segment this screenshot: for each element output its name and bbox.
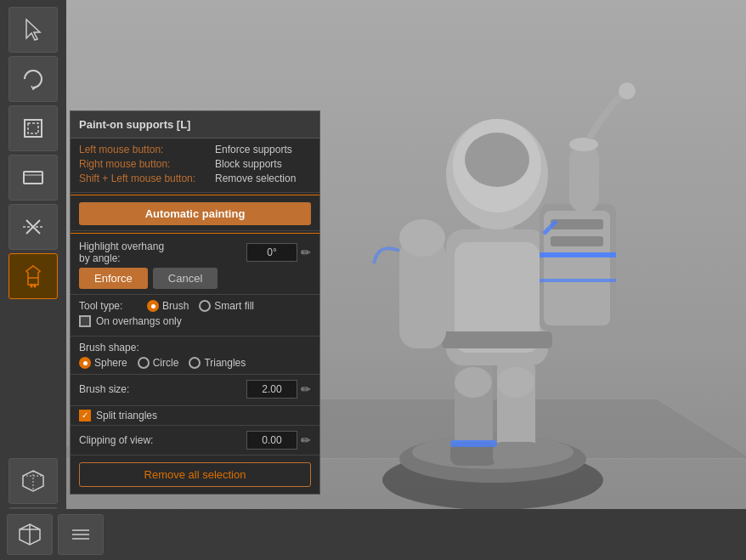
bottom-btn-layers[interactable] [58, 514, 104, 555]
toolbar-btn-cut[interactable] [8, 204, 58, 250]
shape-options: Sphere Circle Triangles [79, 357, 311, 369]
cancel-label: Cancel [168, 272, 202, 285]
panel-title: Paint-on supports [L] [71, 111, 319, 139]
toolbar-btn-select[interactable] [8, 105, 58, 151]
mouse-left-row: Left mouse button: Enforce supports [79, 144, 311, 156]
radio-triangles-label: Triangles [204, 357, 246, 369]
tool-type-radio-group: Brush Smart fill [147, 300, 254, 312]
toolbar-btn-frame[interactable] [8, 155, 58, 201]
brush-size-row: Brush size: ✏ [79, 380, 311, 399]
right-mouse-label: Right mouse button: [79, 158, 215, 170]
3d-figure [323, 17, 663, 510]
svg-rect-26 [569, 144, 599, 212]
toolbar-btn-box[interactable] [8, 458, 58, 504]
clipping-input-group: ✏ [246, 431, 311, 450]
divider-1 [71, 195, 319, 195]
right-mouse-action: Block supports [215, 158, 282, 170]
svg-rect-31 [24, 172, 42, 184]
angle-input[interactable] [246, 243, 297, 262]
toolbar-btn-paint[interactable] [8, 253, 58, 299]
radio-triangles[interactable]: Triangles [189, 357, 246, 369]
radio-sphere[interactable]: Sphere [79, 357, 127, 369]
radio-smartfill-circle [199, 300, 211, 312]
enforce-cancel-row: Enforce Cancel [79, 268, 311, 289]
clipping-row: Clipping of view: ✏ [71, 426, 319, 455]
highlight-overhang-section: Highlight overhangby angle: ✏ Enforce Ca… [71, 235, 319, 295]
mouse-shift-row: Shift + Left mouse button: Remove select… [79, 173, 311, 184]
bottom-btn-cube[interactable] [7, 514, 53, 555]
auto-paint-section: Automatic painting [71, 197, 319, 231]
split-triangles-label: Split triangles [96, 410, 157, 421]
remove-all-selection-label: Remove all selection [144, 468, 246, 481]
svg-point-5 [455, 367, 492, 398]
angle-edit-icon[interactable]: ✏ [301, 246, 311, 259]
on-overhangs-row: On overhangs only [79, 315, 311, 327]
toolbar-btn-rotate[interactable] [8, 56, 58, 102]
cancel-button[interactable]: Cancel [153, 268, 218, 289]
tool-type-section: Tool type: Brush Smart fill On overhangs… [71, 295, 319, 337]
left-mouse-action: Enforce supports [215, 144, 292, 156]
radio-triangles-circle [189, 357, 201, 369]
svg-rect-9 [450, 440, 497, 447]
enforce-button[interactable]: Enforce [79, 268, 148, 289]
split-triangles-row: Split triangles [71, 406, 319, 426]
brush-size-edit-icon[interactable]: ✏ [301, 382, 311, 396]
svg-rect-12 [442, 331, 552, 348]
clipping-edit-icon[interactable]: ✏ [301, 433, 311, 447]
radio-circle[interactable]: Circle [138, 357, 179, 369]
left-mouse-label: Left mouse button: [79, 144, 215, 156]
svg-point-28 [619, 82, 636, 99]
brush-size-section: Brush size: ✏ [71, 375, 319, 406]
auto-paint-button[interactable]: Automatic painting [79, 202, 311, 225]
radio-smartfill-label: Smart fill [214, 300, 254, 312]
highlight-label: Highlight overhangby angle: [79, 240, 164, 264]
panel-title-text: Paint-on supports [L] [79, 118, 190, 131]
svg-point-14 [399, 219, 445, 257]
remove-all-selection-button[interactable]: Remove all selection [79, 462, 311, 487]
svg-point-6 [497, 367, 534, 398]
svg-rect-25 [551, 236, 603, 246]
radio-brush[interactable]: Brush [147, 300, 189, 312]
radio-sphere-circle [79, 357, 91, 369]
svg-point-21 [470, 137, 524, 183]
radio-smartfill[interactable]: Smart fill [199, 300, 254, 312]
svg-rect-24 [551, 219, 603, 229]
brush-size-input[interactable] [246, 380, 297, 399]
svg-rect-8 [493, 442, 540, 466]
toolbar-btn-cursor[interactable] [8, 7, 58, 53]
brush-size-input-group: ✏ [246, 380, 311, 399]
tool-type-label: Tool type: [79, 300, 140, 312]
radio-brush-label: Brush [162, 300, 189, 312]
angle-input-group: ✏ [246, 243, 311, 262]
highlight-row: Highlight overhangby angle: ✏ [79, 240, 311, 264]
radio-sphere-label: Sphere [94, 357, 127, 369]
mouse-right-row: Right mouse button: Block supports [79, 158, 311, 170]
clipping-input[interactable] [246, 431, 297, 450]
svg-rect-30 [28, 123, 38, 133]
brush-shape-section: Brush shape: Sphere Circle Triangles [71, 337, 319, 375]
brush-size-label: Brush size: [79, 383, 129, 395]
brush-shape-label: Brush shape: [79, 342, 311, 354]
clipping-label: Clipping of view: [79, 434, 153, 446]
auto-paint-label: Automatic painting [145, 207, 246, 220]
radio-brush-circle [147, 300, 159, 312]
divider-2 [71, 233, 319, 234]
enforce-label: Enforce [94, 272, 133, 285]
shift-mouse-action: Remove selection [215, 173, 296, 184]
bottom-toolbar [0, 509, 746, 560]
svg-point-27 [569, 138, 598, 151]
on-overhangs-checkbox[interactable] [79, 315, 91, 327]
mouse-bindings-section: Left mouse button: Enforce supports Righ… [71, 139, 319, 193]
split-triangles-checkbox[interactable] [79, 410, 91, 421]
left-toolbar [0, 0, 66, 560]
tool-type-row: Tool type: Brush Smart fill [79, 300, 311, 312]
svg-rect-29 [25, 120, 42, 137]
shift-mouse-label: Shift + Left mouse button: [79, 173, 215, 184]
radio-circle-label: Circle [153, 357, 179, 369]
on-overhangs-label: On overhangs only [96, 315, 182, 327]
paint-on-supports-panel: Paint-on supports [L] Left mouse button:… [70, 110, 320, 495]
radio-circle-circle [138, 357, 150, 369]
